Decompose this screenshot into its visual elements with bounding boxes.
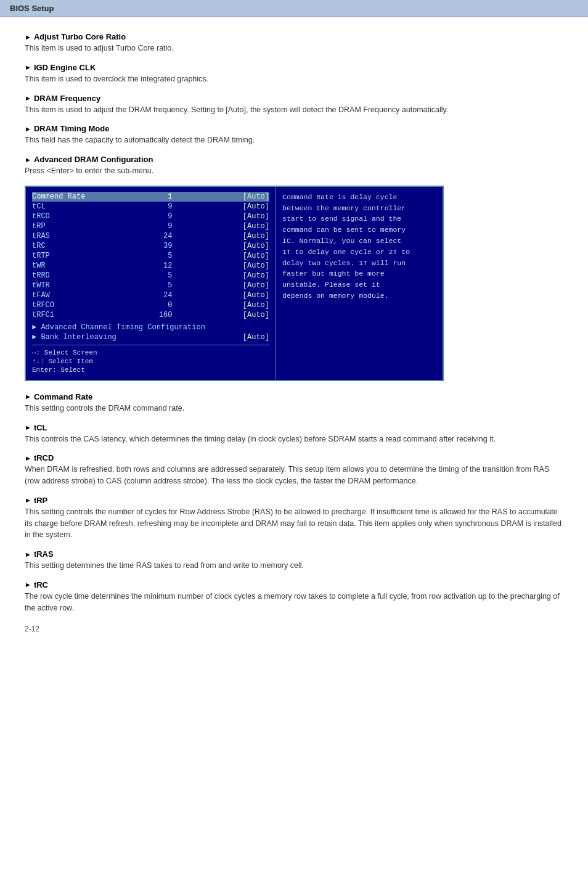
bios-row: tRCD9[Auto]	[32, 212, 269, 221]
section-title-trc: ► tRC	[25, 580, 563, 589]
section-command-rate: ► Command Rate This setting controls the…	[25, 392, 563, 414]
bios-row: tWR12[Auto]	[32, 261, 269, 271]
bios-help-line: faster but might be more	[282, 268, 436, 279]
section-title-trp: ► tRP	[25, 496, 563, 505]
section-trc: ► tRC The row cycle time determines the …	[25, 580, 563, 614]
section-title-adjust-turbo: ► Adjust Turbo Core Ratio	[25, 32, 563, 41]
arrow-icon-tcl: ►	[25, 424, 31, 431]
section-desc-trcd: When DRAM is refreshed, both rows and co…	[25, 464, 563, 487]
arrow-icon-trcd: ►	[25, 454, 31, 462]
bios-row: tRAS24[Auto]	[32, 231, 269, 241]
bios-footer: ↔: Select Screen↑↓: Select ItemEnter: Se…	[32, 345, 269, 375]
section-desc-dram-freq: This item is used to adjust the DRAM fre…	[25, 104, 563, 116]
section-trcd: ► tRCD When DRAM is refreshed, both rows…	[25, 453, 563, 487]
bios-row: tRRD5[Auto]	[32, 271, 269, 281]
bios-submenu-item: ► Advanced Channel Timing Configuration	[32, 322, 269, 332]
bios-help-line: Command Rate is delay cycle	[282, 192, 436, 203]
arrow-icon-trp: ►	[25, 496, 31, 504]
arrow-icon-igd: ►	[25, 64, 31, 71]
bios-footer-item: Enter: Select	[32, 366, 269, 374]
bios-row: tCL9[Auto]	[32, 202, 269, 212]
section-igd-engine-clk: ► IGD Engine CLK This item is used to ov…	[25, 63, 563, 85]
section-title-tras: ► tRAS	[25, 549, 563, 559]
bios-row: tRTP5[Auto]	[32, 251, 269, 261]
arrow-icon-dram-timing: ►	[25, 125, 31, 133]
bios-table-left: Commend Rate1[Auto]tCL9[Auto]tRCD9[Auto]…	[26, 187, 276, 380]
arrow-icon-adjust-turbo: ►	[25, 33, 31, 41]
bios-help-line: delay two cycles. 1T will run	[282, 258, 436, 269]
bios-help-line: command can be sent to memory	[282, 224, 436, 236]
top-bar: BIOS Setup	[0, 0, 588, 17]
section-desc-command-rate: This setting controls the DRAM command r…	[25, 403, 563, 414]
section-desc-tras: This setting determines the time RAS tak…	[25, 560, 563, 572]
bios-row: tRC39[Auto]	[32, 241, 269, 251]
arrow-icon-cmd-rate: ►	[25, 393, 31, 400]
section-desc-trc: The row cycle time determines the minimu…	[25, 591, 563, 614]
bios-submenu-item: ► Bank Interleaving[Auto]	[32, 332, 269, 342]
section-trp: ► tRP This setting controls the number o…	[25, 496, 563, 541]
bios-help-line: depends on memory module.	[282, 290, 436, 302]
bios-footer-item: ↔: Select Screen	[32, 348, 269, 357]
main-content: ► Adjust Turbo Core Ratio This item is u…	[0, 17, 588, 652]
bios-submenus: ► Advanced Channel Timing Configuration►…	[32, 322, 269, 342]
section-desc-dram-timing: This field has the capacity to automatic…	[25, 134, 563, 146]
section-adjust-turbo-core-ratio: ► Adjust Turbo Core Ratio This item is u…	[25, 32, 563, 54]
bios-help-line: IC. Normally, you can select	[282, 236, 436, 247]
bios-help-text: Command Rate is delay cyclebetween the m…	[276, 187, 443, 380]
bios-row: tFAW24[Auto]	[32, 290, 269, 300]
section-title-adv-dram: ► Advanced DRAM Configuration	[25, 155, 563, 164]
bios-footer-item: ↑↓: Select Item	[32, 357, 269, 366]
bios-table: Commend Rate1[Auto]tCL9[Auto]tRCD9[Auto]…	[25, 186, 444, 381]
bios-row: tRFC1160[Auto]	[32, 310, 269, 320]
bios-help-line: between the memory controller	[282, 203, 436, 214]
bios-help-line: start to send signal and the	[282, 213, 436, 224]
bios-row: tRFCO0[Auto]	[32, 300, 269, 310]
bios-row: tWTR5[Auto]	[32, 281, 269, 290]
arrow-icon-adv-dram: ►	[25, 156, 31, 163]
section-advanced-dram-config: ► Advanced DRAM Configuration Press <Ent…	[25, 155, 563, 177]
section-title-command-rate: ► Command Rate	[25, 392, 563, 401]
bios-setup-title: BIOS Setup	[10, 4, 54, 13]
section-title-igd: ► IGD Engine CLK	[25, 63, 563, 72]
section-desc-adjust-turbo: This item is used to adjust Turbo Core r…	[25, 43, 563, 54]
section-title-tcl: ► tCL	[25, 423, 563, 432]
arrow-icon-trc: ►	[25, 581, 31, 588]
section-dram-frequency: ► DRAM Frequency This item is used to ad…	[25, 94, 563, 116]
bios-help-line: unstable. Please set it	[282, 279, 436, 290]
section-desc-trp: This setting controls the number of cycl…	[25, 506, 563, 541]
section-tcl: ► tCL This controls the CAS latency, whi…	[25, 423, 563, 445]
section-title-dram-timing: ► DRAM Timing Mode	[25, 124, 563, 133]
bios-row: tRP9[Auto]	[32, 221, 269, 231]
arrow-icon-tras: ►	[25, 551, 31, 558]
bios-rows: Commend Rate1[Auto]tCL9[Auto]tRCD9[Auto]…	[32, 192, 269, 320]
arrow-icon-dram-freq: ►	[25, 94, 31, 102]
section-tras: ► tRAS This setting determines the time …	[25, 549, 563, 572]
bios-row: Commend Rate1[Auto]	[32, 192, 269, 202]
bios-help-line: 1T to delay one cycle or 2T to	[282, 247, 436, 258]
section-desc-adv-dram: Press <Enter> to enter the sub-menu.	[25, 165, 563, 177]
section-title-trcd: ► tRCD	[25, 453, 563, 462]
section-dram-timing-mode: ► DRAM Timing Mode This field has the ca…	[25, 124, 563, 146]
page-number: 2-12	[25, 625, 563, 633]
section-title-dram-freq: ► DRAM Frequency	[25, 94, 563, 103]
section-desc-igd: This item is used to overclock the integ…	[25, 73, 563, 85]
section-desc-tcl: This controls the CAS latency, which det…	[25, 433, 563, 445]
